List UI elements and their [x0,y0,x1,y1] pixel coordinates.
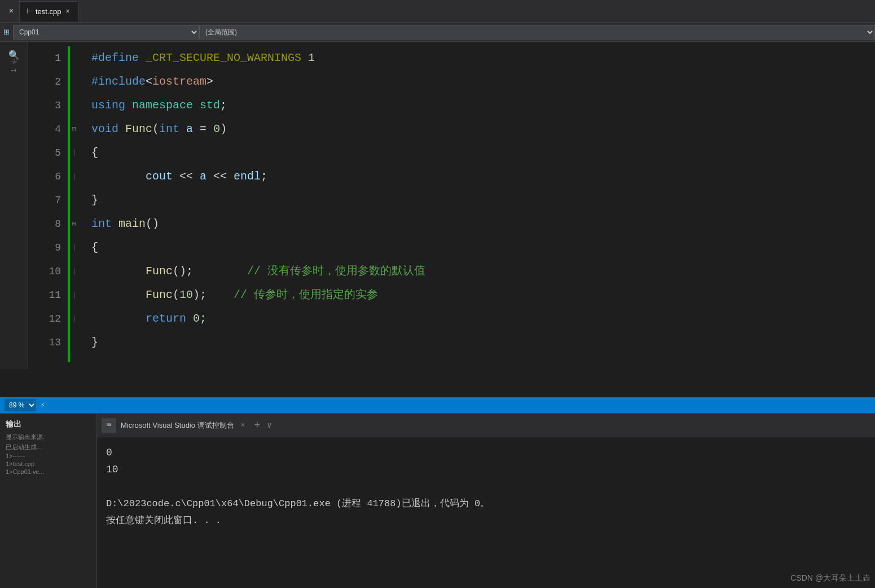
line-num-9: 9 [28,236,61,260]
symbol-dropdown[interactable]: Cpp01 [13,25,199,40]
terminal-output-10-text: 10 [106,464,118,475]
gutter-line-4[interactable]: ⊟ [70,117,82,141]
line-num-12: 12 [28,307,61,331]
gutter-line-10: │ [70,260,82,283]
terminal-add-button[interactable]: + [252,420,262,431]
gutter-line-11: │ [70,283,82,307]
symbol-selector[interactable]: ⊞ Cpp01 [0,25,199,40]
code-gutter: ⊟ │ │ ⊟ │ │ │ │ [70,42,82,369]
gutter-line-7 [70,188,82,212]
gutter-line-3 [70,94,82,117]
code-line-12: return 0; [91,307,875,331]
terminal-output-0-text: 0 [106,447,112,458]
code-line-1: #define _CRT_SECURE_NO_WARNINGS 1 [91,46,875,70]
sidebar-count: 1个 [10,69,18,72]
output-line-2: 1>------ [0,452,96,460]
output-line-4: 1>Cpp01.vc... [0,468,96,476]
output-line-3: 1>test.cpp [0,460,96,468]
csdn-watermark: CSDN @大耳朵土土垚 [790,573,870,583]
gutter-line-13 [70,331,82,354]
code-line-2: #include<iostream> [91,70,875,94]
line-num-6: 6 [28,165,61,188]
file-tab[interactable]: ⊢ test.cpp × [19,1,78,21]
terminal-hint-line: 按任意键关闭此窗口. . . [106,512,866,529]
output-line-1: 已启动生成... [0,442,96,452]
code-line-7: } [91,188,875,212]
status-bar: 89 % ⚡ [0,397,875,413]
gutter-line-2 [70,70,82,94]
terminal-close-button[interactable]: × [239,420,248,431]
title-bar: × ⊢ test.cpp × [0,0,875,23]
pin-icon: ⊢ [27,8,32,15]
gutter-line-5: │ [70,141,82,165]
terminal-tab-label[interactable]: Microsoft Visual Studio 调试控制台 [121,420,234,431]
terminal-output-0: 0 [106,444,866,461]
tab-filename: test.cpp [36,7,61,16]
terminal-chevron-button[interactable]: ∨ [267,420,271,430]
terminal-icon: ⌨ [102,418,116,433]
code-editor[interactable]: #define _CRT_SECURE_NO_WARNINGS 1 #inclu… [82,42,875,369]
toolbar: ⊞ Cpp01 (全局范围) [0,23,875,42]
line-num-10: 10 [28,260,61,283]
line-num-4: 4 [28,117,61,141]
line-num-5: 5 [28,141,61,165]
code-line-10: Func(); // 没有传参时，使用参数的默认值 [91,260,875,283]
collapse-func-button[interactable]: ⊟ [70,125,78,133]
gutter-line-12: │ [70,307,82,331]
code-line-6: cout << a << endl; [91,165,875,188]
zoom-control[interactable]: 89 % ⚡ [5,399,45,411]
terminal-empty-line [106,478,866,495]
output-sidebar: 输出 显示输出来源: 已启动生成... 1>------ 1>test.cpp … [0,413,97,588]
line-num-13: 13 [28,331,61,354]
terminal-path-line: D:\2023code.c\Cpp01\x64\Debug\Cpp01.exe … [106,495,866,512]
collapse-main-button[interactable]: ⊟ [70,220,78,228]
sidebar: 🔍 1个 [0,42,28,369]
gutter-line-6: │ [70,165,82,188]
scope-dropdown[interactable]: (全局范围) [199,25,875,40]
code-line-13: } [91,331,875,354]
code-line-8: int main() [91,212,875,236]
zoom-select[interactable]: 89 % [5,399,36,411]
search-icon[interactable]: 🔍 [5,46,23,64]
terminal-content: 0 10 D:\2023code.c\Cpp01\x64\Debug\Cpp01… [97,437,875,536]
line-num-1: 1 [28,46,61,70]
line-numbers: 1 2 3 4 5 6 7 8 9 10 11 12 13 [28,42,68,369]
terminal-hint-text: 按任意键关闭此窗口. . . [106,515,221,526]
tab-close-button[interactable]: × [65,7,71,15]
output-title: 输出 [0,414,96,432]
terminal-output-10: 10 [106,461,866,478]
gutter-line-9: │ [70,236,82,260]
code-line-5: { [91,141,875,165]
line-num-7: 7 [28,188,61,212]
terminal-tab-bar: ⌨ Microsoft Visual Studio 调试控制台 × + ∨ [97,414,875,437]
output-sub-text: 显示输出来源: [0,432,96,442]
gutter-line-1 [70,46,82,70]
code-line-9: { [91,236,875,260]
line-num-11: 11 [28,283,61,307]
line-num-3: 3 [28,94,61,117]
close-window-button[interactable]: × [3,3,19,19]
line-num-8: 8 [28,212,61,236]
terminal-panel: ⌨ Microsoft Visual Studio 调试控制台 × + ∨ 0 … [97,413,875,588]
line-num-2: 2 [28,70,61,94]
window-controls: × [3,3,19,19]
gutter-line-8[interactable]: ⊟ [70,212,82,236]
code-line-11: Func(10); // 传参时，使用指定的实参 [91,283,875,307]
terminal-path-text: D:\2023code.c\Cpp01\x64\Debug\Cpp01.exe … [106,498,490,509]
code-line-4: void Func(int a = 0) [91,117,875,141]
editor-container: 🔍 1个 1 2 3 4 5 6 7 8 9 10 11 12 13 ⊟ │ │… [0,42,875,369]
code-line-3: using namespace std; [91,94,875,117]
